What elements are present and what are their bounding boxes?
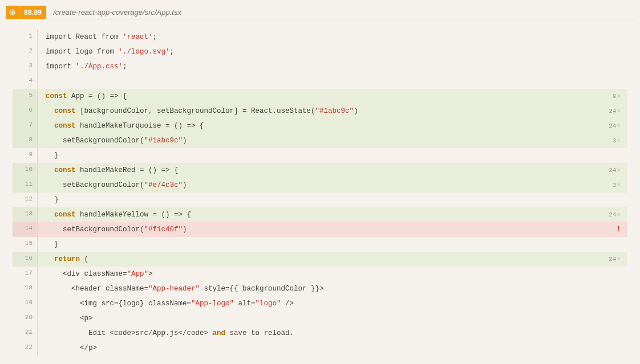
- line-number: 15: [13, 237, 38, 252]
- line-body: <div className="App">: [38, 267, 627, 281]
- code-line: 16 return (24×: [13, 252, 627, 267]
- line-body: <header className="App-header" style={{ …: [38, 281, 627, 296]
- line-body: const App = () => {9×: [38, 89, 627, 104]
- hit-count: 24×: [603, 122, 621, 129]
- line-body: const [backgroundColor, setBackgroundCol…: [38, 104, 627, 118]
- hit-count: 24×: [603, 167, 621, 174]
- line-number: 18: [13, 281, 38, 296]
- code-line: 7 const handleMakeTurquoise = () => {24×: [13, 118, 627, 133]
- line-body: setBackgroundColor("#f1c40f")!: [38, 222, 627, 237]
- line-text: setBackgroundColor("#1abc9c"): [46, 137, 607, 145]
- coverage-badge: 88.89: [19, 6, 46, 19]
- line-body: }: [38, 148, 627, 163]
- line-text: return (: [46, 255, 603, 263]
- line-number: 21: [13, 326, 38, 341]
- line-number: 5: [13, 89, 38, 104]
- line-number: 22: [13, 341, 38, 355]
- line-text: import './App.css';: [46, 63, 621, 71]
- line-number: 3: [13, 59, 38, 74]
- line-text: }: [46, 196, 621, 204]
- line-text: const handleMakeRed = () => {: [46, 166, 603, 174]
- line-number: 10: [13, 163, 38, 178]
- hit-count: 3×: [607, 182, 621, 189]
- line-text: import logo from './logo.svg';: [46, 48, 621, 56]
- line-number: 19: [13, 296, 38, 311]
- line-number: 2: [13, 44, 38, 59]
- code-line: 14 setBackgroundColor("#f1c40f")!: [13, 222, 627, 237]
- code-line: 3import './App.css';: [13, 59, 627, 74]
- line-body: import logo from './logo.svg';: [38, 44, 627, 59]
- code-line: 21 Edit <code>src/App.js</code> and save…: [13, 326, 627, 341]
- hit-count: 24×: [603, 108, 621, 114]
- line-body: const handleMakeTurquoise = () => {24×: [38, 118, 627, 133]
- line-text: const handleMakeYellow = () => {: [46, 211, 603, 219]
- miss-marker: !: [611, 226, 621, 234]
- code-line: 1import React from 'react';: [13, 30, 627, 44]
- line-body: <img src={logo} className="App-logo" alt…: [38, 296, 627, 311]
- line-body: const handleMakeYellow = () => {24×: [38, 207, 627, 222]
- line-text: }: [46, 240, 621, 248]
- line-number: 1: [13, 30, 38, 44]
- code-line: 22 </p>: [13, 341, 627, 355]
- code-line: 18 <header className="App-header" style=…: [13, 281, 627, 296]
- code-line: 2import logo from './logo.svg';: [13, 44, 627, 59]
- line-text: const handleMakeTurquoise = () => {: [46, 122, 603, 130]
- line-text: setBackgroundColor("#e74c3c"): [46, 181, 607, 189]
- line-number: 4: [13, 74, 38, 89]
- line-body: }: [38, 237, 627, 252]
- coverage-file-view: 88.89 /create-react-app-coverage/src/App…: [0, 0, 640, 361]
- code-line: 6 const [backgroundColor, setBackgroundC…: [13, 104, 627, 118]
- line-body: setBackgroundColor("#1abc9c")3×: [38, 133, 627, 148]
- line-number: 12: [13, 193, 38, 207]
- code-line: 4: [13, 74, 627, 89]
- hit-count: 9×: [607, 93, 621, 100]
- code-line: 12 }: [13, 193, 627, 207]
- line-text: </p>: [46, 344, 621, 352]
- expand-icon[interactable]: [6, 6, 19, 19]
- code-line: 20 <p>: [13, 311, 627, 326]
- line-number: 8: [13, 133, 38, 148]
- file-path: /create-react-app-coverage/src/App.tsx: [46, 6, 188, 19]
- line-body: </p>: [38, 341, 627, 355]
- line-number: 17: [13, 267, 38, 281]
- line-number: 16: [13, 252, 38, 267]
- line-text: const [backgroundColor, setBackgroundCol…: [46, 107, 603, 115]
- file-header: 88.89 /create-react-app-coverage/src/App…: [6, 6, 634, 19]
- line-body: <p>: [38, 311, 627, 326]
- code-line: 5const App = () => {9×: [13, 89, 627, 104]
- line-body: Edit <code>src/App.js</code> and save to…: [38, 326, 627, 341]
- line-text: <p>: [46, 314, 621, 322]
- hit-count: 24×: [603, 211, 621, 218]
- line-body: import React from 'react';: [38, 30, 627, 44]
- line-number: 9: [13, 148, 38, 163]
- line-text: <div className="App">: [46, 270, 621, 278]
- line-text: }: [46, 152, 621, 159]
- line-body: }: [38, 193, 627, 207]
- line-text: Edit <code>src/App.js</code> and save to…: [46, 329, 621, 337]
- line-number: 14: [13, 222, 38, 237]
- line-body: [38, 74, 627, 89]
- code-line: 8 setBackgroundColor("#1abc9c")3×: [13, 133, 627, 148]
- code-line: 19 <img src={logo} className="App-logo" …: [13, 296, 627, 311]
- line-text: <header className="App-header" style={{ …: [46, 285, 621, 293]
- line-text: <img src={logo} className="App-logo" alt…: [46, 300, 621, 308]
- hit-count: 24×: [603, 256, 621, 263]
- line-body: import './App.css';: [38, 59, 627, 74]
- line-text: setBackgroundColor("#f1c40f"): [46, 226, 611, 234]
- line-number: 7: [13, 118, 38, 133]
- line-body: const handleMakeRed = () => {24×: [38, 163, 627, 178]
- line-number: 6: [13, 104, 38, 118]
- code-line: 11 setBackgroundColor("#e74c3c")3×: [13, 178, 627, 193]
- line-text: const App = () => {: [46, 92, 607, 100]
- code-line: 17 <div className="App">: [13, 267, 627, 281]
- line-body: setBackgroundColor("#e74c3c")3×: [38, 178, 627, 193]
- code-line: 15 }: [13, 237, 627, 252]
- code-listing: 1import React from 'react';2import logo …: [13, 30, 627, 355]
- line-text: import React from 'react';: [46, 33, 621, 41]
- line-number: 13: [13, 207, 38, 222]
- code-line: 13 const handleMakeYellow = () => {24×: [13, 207, 627, 222]
- line-number: 11: [13, 178, 38, 193]
- code-line: 9 }: [13, 148, 627, 163]
- line-body: return (24×: [38, 252, 627, 267]
- hit-count: 3×: [607, 137, 621, 144]
